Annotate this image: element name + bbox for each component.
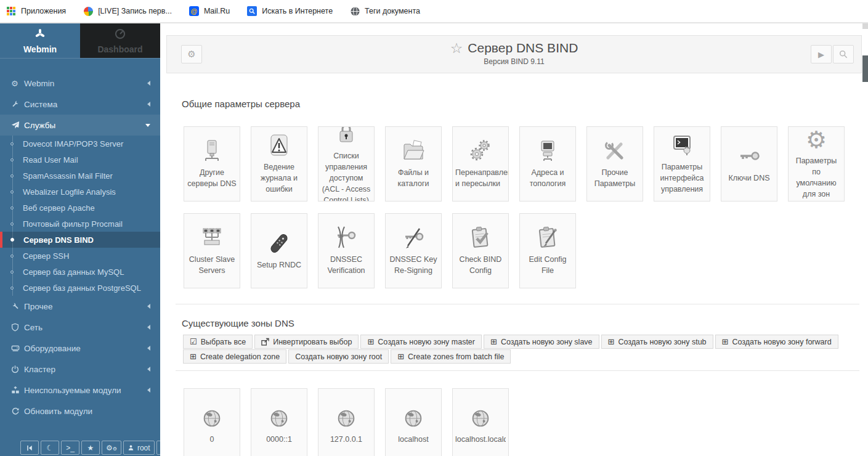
search-button[interactable]: [833, 45, 854, 63]
page-title: Сервер DNS BIND: [468, 41, 578, 55]
night-mode-button[interactable]: ☾: [41, 441, 59, 455]
card-addresses-topology[interactable]: Адреса и топология: [519, 126, 576, 202]
webmin-logo-icon: [34, 28, 46, 42]
sidebar-subitem-label: Read User Mail: [23, 155, 78, 165]
sidebar-item-postgresql[interactable]: Сервер баз данных PostgreSQL: [0, 280, 160, 296]
bullet-icon: [10, 271, 14, 274]
card-files-directories[interactable]: Файлы и каталоги: [385, 126, 442, 202]
sidebar-item-unused-modules[interactable]: Неиспользуемые модули: [0, 380, 160, 401]
config-tools-cards: Cluster Slave Servers Setup RNDC DNSSEC …: [184, 213, 576, 288]
mailru-at-icon: @: [189, 6, 199, 16]
sidebar-item-apache[interactable]: Веб сервер Apache: [0, 200, 160, 216]
button-label: Создать новую зону root: [295, 352, 382, 361]
search-icon: [247, 6, 257, 16]
favorites-button[interactable]: ★: [81, 441, 100, 455]
wrench-screwdriver-icon: [602, 139, 627, 163]
card-label: DNSSEC Verification: [321, 254, 371, 276]
card-zone-defaults[interactable]: ⚙ Параметры по умолчанию для зон: [788, 126, 845, 202]
card-logging-errors[interactable]: Ведение журнала и ошибки: [251, 126, 307, 202]
create-root-zone-button[interactable]: Создать новую зону root: [288, 349, 389, 364]
scrollbar-track[interactable]: [862, 23, 868, 29]
create-zones-batch-button[interactable]: ⊞Create zones from batch file: [391, 349, 511, 364]
select-all-button[interactable]: ☑Выбрать все: [183, 335, 253, 349]
bookmark-mailru[interactable]: @ Mail.Ru: [189, 6, 230, 16]
sidebar-item-cluster[interactable]: Кластер: [0, 359, 160, 380]
card-label: Параметры по умолчанию для зон: [791, 155, 842, 200]
bookmark-search[interactable]: Искать в Интернете: [247, 6, 333, 16]
favorite-star-icon[interactable]: ☆: [450, 41, 463, 55]
card-label: Cluster Slave Servers: [187, 254, 237, 276]
zone-card-1[interactable]: 0000::1: [251, 388, 307, 456]
card-cluster-slave-servers[interactable]: Cluster Slave Servers: [184, 213, 240, 288]
sidebar-item-network[interactable]: Сеть: [0, 317, 160, 338]
card-label: Адреса и топология: [522, 167, 573, 189]
apps-grid-icon: [6, 6, 16, 16]
card-forwarding-transfers[interactable]: Перенаправления и пересылки: [452, 126, 509, 202]
collapse-icon: [26, 444, 33, 452]
zone-card-3[interactable]: localhost: [385, 388, 442, 456]
chevron-left-icon: [147, 346, 150, 351]
sidebar-item-ssh[interactable]: Сервер SSH: [0, 248, 160, 264]
star-icon: ★: [87, 444, 94, 452]
tab-dashboard[interactable]: Dashboard: [80, 23, 160, 58]
sidebar-item-webalizer[interactable]: Webalizer Logfile Analysis: [0, 184, 160, 200]
sidebar-item-spamassassin[interactable]: SpamAssassin Mail Filter: [0, 168, 160, 184]
card-dnssec-key-resigning[interactable]: DNSSEC Key Re-Signing: [385, 213, 442, 288]
chevron-left-icon: [147, 367, 150, 372]
sidebar-item-services[interactable]: Службы: [0, 115, 160, 136]
start-service-button[interactable]: ▶: [811, 45, 832, 63]
sidebar-item-dovecot[interactable]: Dovecot IMAP/POP3 Server: [0, 136, 160, 152]
collapse-button[interactable]: [20, 441, 39, 455]
sidebar-item-label: Webmin: [24, 79, 54, 88]
zone-card-4[interactable]: localhost.localdomain: [452, 388, 509, 456]
card-label: Файлы и каталоги: [388, 167, 439, 189]
zone-card-2[interactable]: 127.0.0.1: [318, 388, 375, 456]
sidebar-item-others[interactable]: Прочее: [0, 296, 160, 317]
scrollbar-thumb[interactable]: [862, 55, 868, 82]
sidebar-item-system[interactable]: Система: [0, 94, 160, 115]
bullet-icon: [10, 287, 14, 290]
sidebar-item-procmail[interactable]: Почтовый фильтр Procmail: [0, 216, 160, 232]
card-dnssec-verification[interactable]: DNSSEC Verification: [318, 213, 375, 288]
sidebar-item-bind-dns[interactable]: Сервер DNS BIND: [0, 232, 160, 248]
create-forward-zone-button[interactable]: ⊞Создать новую зону forward: [715, 335, 838, 349]
bookmark-tags[interactable]: Теги документа: [350, 6, 420, 16]
card-edit-config-file[interactable]: Edit Config File: [519, 213, 576, 288]
terminal-button[interactable]: >_: [61, 441, 79, 455]
sidebar-tabs: Webmin Dashboard: [0, 23, 160, 59]
invert-selection-button[interactable]: Инвертировать выбор: [254, 335, 359, 349]
chevron-down-icon: [145, 124, 150, 127]
create-delegation-zone-button[interactable]: ⊞Create delegation zone: [183, 349, 286, 364]
send-icon: [11, 121, 24, 129]
card-other-dns-servers[interactable]: Другие серверы DNS: [184, 126, 240, 202]
shield-icon: [11, 323, 24, 332]
sidebar-item-mysql[interactable]: Сервер баз данных MySQL: [0, 264, 160, 280]
card-setup-rndc[interactable]: Setup RNDC: [251, 213, 307, 288]
card-control-interface[interactable]: Параметры интерфейса управления: [654, 126, 710, 202]
tab-webmin[interactable]: Webmin: [0, 23, 80, 58]
user-button[interactable]: root: [123, 441, 155, 455]
bookmark-live[interactable]: [LIVE] Запись перв...: [83, 6, 172, 16]
zone-label: 127.0.0.1: [321, 434, 371, 445]
button-label: Выбрать все: [201, 338, 246, 346]
settings-button[interactable]: ⚙⚙: [102, 441, 121, 455]
create-slave-zone-button[interactable]: ⊞Создать новую зону slave: [484, 335, 599, 349]
card-label: Другие серверы DNS: [187, 167, 237, 189]
sidebar-item-webmin[interactable]: ⚙ Webmin: [0, 73, 160, 94]
terminal-icon: >_: [66, 444, 75, 452]
sidebar-item-refresh-modules[interactable]: Обновить модули: [0, 401, 160, 421]
card-misc-options[interactable]: Прочие Параметры: [586, 126, 643, 202]
sidebar-item-hardware[interactable]: Оборудование: [0, 338, 160, 359]
card-access-control-lists[interactable]: Списки управления доступом (ACL - Access…: [318, 126, 375, 202]
bookmark-apps[interactable]: Приложения: [6, 6, 66, 16]
add-icon: ⊞: [190, 352, 197, 360]
card-check-bind-config[interactable]: Check BIND Config: [452, 213, 509, 288]
console-plug-icon: [670, 133, 694, 158]
create-master-zone-button[interactable]: ⊞Создать новую зону master: [360, 335, 482, 349]
zone-card-0[interactable]: 0: [184, 388, 240, 456]
card-dns-keys[interactable]: Ключи DNS: [721, 126, 777, 202]
sidebar-item-label: Прочее: [24, 302, 52, 311]
bookmarks-bar: Приложения [LIVE] Запись перв... @ Mail.…: [0, 0, 868, 23]
create-stub-zone-button[interactable]: ⊞Создать новую зону stub: [601, 335, 713, 349]
sidebar-item-read-user-mail[interactable]: Read User Mail: [0, 152, 160, 168]
